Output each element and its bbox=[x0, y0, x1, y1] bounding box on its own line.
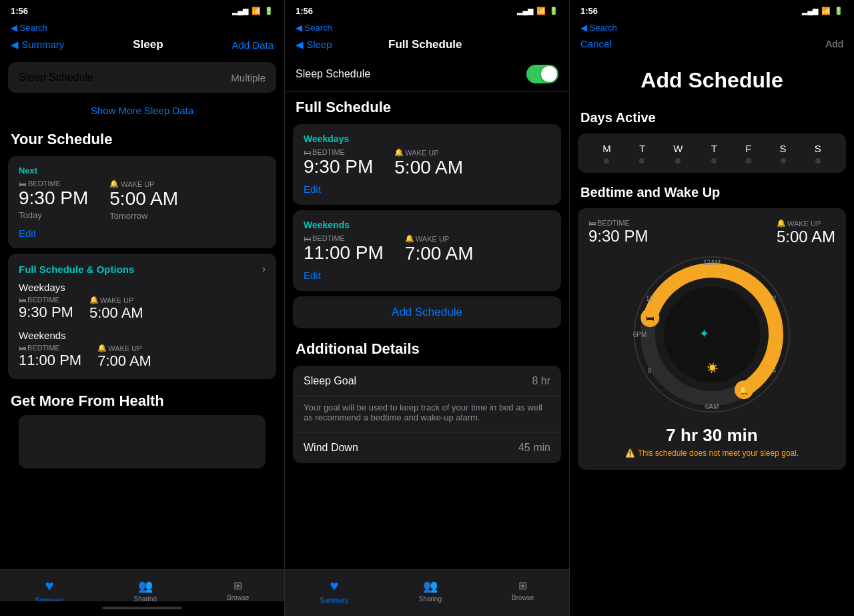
panel3-search[interactable]: ◀ Search bbox=[570, 21, 854, 35]
weekends-bedtime-block: 🛏 BEDTIME 11:00 PM bbox=[19, 344, 81, 370]
day-M[interactable]: M bbox=[602, 143, 611, 164]
p2-heart-icon: ♥ bbox=[330, 577, 338, 595]
panel2-status-bar: 1:56 ▂▄▆ 📶 🔋 bbox=[285, 0, 569, 21]
additional-card: Sleep Goal 8 hr Your goal will be used t… bbox=[293, 366, 561, 463]
svg-text:12AM: 12AM bbox=[703, 259, 721, 266]
p2-browse-icon: ⊞ bbox=[518, 579, 527, 592]
p2-tab-summary[interactable]: ♥ Summary bbox=[320, 577, 349, 604]
heart-icon: ♥ bbox=[45, 577, 53, 595]
day-S1[interactable]: S bbox=[780, 143, 787, 164]
wifi-icon: 📶 bbox=[252, 7, 261, 15]
wake-label: 🔔 WAKE UP bbox=[109, 180, 178, 188]
battery-icon: 🔋 bbox=[264, 7, 274, 15]
weekdays-day-label: Weekdays bbox=[304, 133, 550, 144]
weekdays-fs-wake: 🔔 WAKE UP 5:00 AM bbox=[394, 148, 463, 178]
panel1-nav-back[interactable]: ◀ Summary bbox=[11, 39, 64, 51]
weekdays-fs-bedtime: 🛏 BEDTIME 9:30 PM bbox=[304, 148, 373, 178]
weekdays-bedtime-block: 🛏 BEDTIME 9:30 PM bbox=[19, 296, 73, 322]
weekdays-edit-link[interactable]: Edit bbox=[304, 184, 321, 195]
bedtime-times-row: 🛏 BEDTIME 9:30 PM 🔔 WAKE UP 5:00 AM bbox=[588, 219, 835, 246]
weekends-edit-link[interactable]: Edit bbox=[304, 270, 321, 281]
bedtime-block: 🛏 BEDTIME 9:30 PM Today bbox=[19, 180, 88, 221]
day-W[interactable]: W bbox=[673, 143, 683, 164]
weekends-schedule-card[interactable]: Weekends 🛏 BEDTIME 11:00 PM 🔔 WAKE UP 7:… bbox=[293, 210, 561, 291]
get-more-card[interactable] bbox=[19, 415, 266, 469]
battery-icon3: 🔋 bbox=[834, 7, 843, 15]
day-T2[interactable]: T bbox=[711, 143, 717, 164]
p2-tab-sharing[interactable]: 👥 Sharing bbox=[418, 579, 441, 603]
add-schedule-btn[interactable]: Add Schedule bbox=[293, 296, 561, 328]
sleep-toggle-row: Sleep Schedule bbox=[285, 57, 569, 92]
panel2-nav-back[interactable]: ◀ Sleep bbox=[296, 39, 332, 51]
svg-text:10: 10 bbox=[646, 295, 654, 302]
sleep-goal-row[interactable]: Sleep Goal 8 hr bbox=[293, 366, 561, 397]
next-schedule-card[interactable]: Next 🛏 BEDTIME 9:30 PM Today 🔔 WAKE UP 5… bbox=[8, 156, 276, 248]
bedtime-block-p3: 🛏 BEDTIME 9:30 PM bbox=[588, 219, 648, 246]
clock-container[interactable]: 12AM246AM8106PM🛏🔔✦☀️ bbox=[588, 254, 835, 414]
next-label: Next bbox=[19, 166, 266, 176]
bedtime-label: 🛏 BEDTIME bbox=[19, 180, 88, 188]
svg-text:🛏: 🛏 bbox=[646, 314, 654, 323]
panel1-content: Sleep Schedule Multiple Show More Sleep … bbox=[0, 57, 284, 616]
wake-block-p3: 🔔 WAKE UP 5:00 AM bbox=[777, 219, 835, 246]
sleep-schedule-card[interactable]: Sleep Schedule Multiple bbox=[8, 62, 276, 93]
sleep-goal-desc: Your goal will be used to keep track of … bbox=[293, 397, 561, 432]
weekends-fs-wake-value: 7:00 AM bbox=[405, 243, 474, 264]
panel1-nav-action[interactable]: Add Data bbox=[232, 39, 274, 51]
tab-browse[interactable]: ⊞ Browse bbox=[227, 579, 249, 601]
day-T1[interactable]: T bbox=[639, 143, 645, 164]
full-schedule-card[interactable]: Full Schedule & Options › Weekdays 🛏 BED… bbox=[8, 254, 276, 379]
full-schedule-section-title: Full Schedule bbox=[285, 92, 569, 121]
bedtime-wake-title: Bedtime and Wake Up bbox=[570, 181, 854, 206]
panel3-nav: Cancel Add bbox=[570, 35, 854, 55]
weekends-times: 🛏 BEDTIME 11:00 PM 🔔 WAKE UP 7:00 AM bbox=[19, 344, 266, 370]
additional-title: Additional Details bbox=[285, 334, 569, 363]
sleep-goal-value: 8 hr bbox=[532, 375, 550, 387]
weekdays-schedule-card[interactable]: Weekdays 🛏 BEDTIME 9:30 PM 🔔 WAKE UP 5:0… bbox=[293, 124, 561, 205]
weekends-fs-bedtime-label: 🛏 BEDTIME bbox=[304, 234, 384, 242]
panel2-nav: ◀ Sleep Full Schedule bbox=[285, 35, 569, 57]
weekends-fs-bedtime-value: 11:00 PM bbox=[304, 242, 384, 264]
wifi-icon2: 📶 bbox=[536, 7, 546, 15]
weekdays-wake-value: 5:00 AM bbox=[89, 304, 143, 322]
weekends-wake-value: 7:00 AM bbox=[97, 352, 151, 370]
add-btn[interactable]: Add bbox=[825, 38, 843, 49]
sleep-toggle[interactable] bbox=[526, 65, 558, 83]
tab-sharing[interactable]: 👥 Sharing bbox=[133, 579, 156, 603]
weekends-wake-label: 🔔 WAKE UP bbox=[97, 344, 151, 352]
goal-warning: ⚠️ This schedule does not meet your slee… bbox=[588, 447, 835, 459]
day-S2[interactable]: S bbox=[815, 143, 821, 164]
panel1-search[interactable]: ◀ Search bbox=[0, 21, 284, 35]
weekends-fs-times: 🛏 BEDTIME 11:00 PM 🔔 WAKE UP 7:00 AM bbox=[304, 234, 550, 264]
panel-sleep: 1:56 ▂▄▆ 📶 🔋 ◀ Search ◀ Summary Sleep Ad… bbox=[0, 0, 285, 616]
weekdays-fs-bedtime-value: 9:30 PM bbox=[304, 156, 373, 178]
days-active-title: Days Active bbox=[570, 103, 854, 131]
day-F[interactable]: F bbox=[745, 143, 751, 164]
panel1-status-bar: 1:56 ▂▄▆ 📶 🔋 bbox=[0, 0, 284, 21]
panel2-search[interactable]: ◀ Search bbox=[285, 21, 569, 35]
weekends-bedtime-label: 🛏 BEDTIME bbox=[19, 344, 81, 352]
weekdays-fs-wake-label: 🔔 WAKE UP bbox=[394, 148, 463, 157]
weekdays-fs-wake-value: 5:00 AM bbox=[394, 157, 463, 178]
next-edit-link[interactable]: Edit bbox=[19, 228, 266, 239]
weekends-label: Weekends bbox=[19, 330, 266, 341]
panel3-status-bar: 1:56 ▂▄▆ 📶 🔋 bbox=[570, 0, 854, 21]
cancel-btn[interactable]: Cancel bbox=[580, 38, 612, 49]
tab-browse-label: Browse bbox=[227, 594, 249, 601]
toggle-knob bbox=[541, 66, 557, 82]
wind-down-row[interactable]: Wind Down 45 min bbox=[293, 432, 561, 463]
p2-tab-browse[interactable]: ⊞ Browse bbox=[512, 579, 534, 601]
signal-icon: ▂▄▆ bbox=[232, 7, 248, 15]
days-row: M T W T F S S bbox=[588, 143, 835, 164]
show-more-link[interactable]: Show More Sleep Data bbox=[0, 98, 284, 123]
sharing-icon: 👥 bbox=[138, 579, 153, 593]
tab-summary[interactable]: ♥ Summary bbox=[35, 577, 64, 604]
browse-icon: ⊞ bbox=[234, 579, 242, 592]
svg-text:☀️: ☀️ bbox=[707, 362, 719, 374]
sleep-goal-label: Sleep Goal bbox=[304, 375, 356, 387]
goal-warning-text: This schedule does not meet your sleep g… bbox=[638, 448, 799, 458]
bedtime-time-p3: 9:30 PM bbox=[588, 227, 648, 246]
get-more-title: Get More From Health bbox=[11, 392, 274, 410]
sleep-schedule-label: Sleep Schedule bbox=[19, 71, 93, 83]
wake-label-p3: 🔔 WAKE UP bbox=[777, 219, 835, 228]
